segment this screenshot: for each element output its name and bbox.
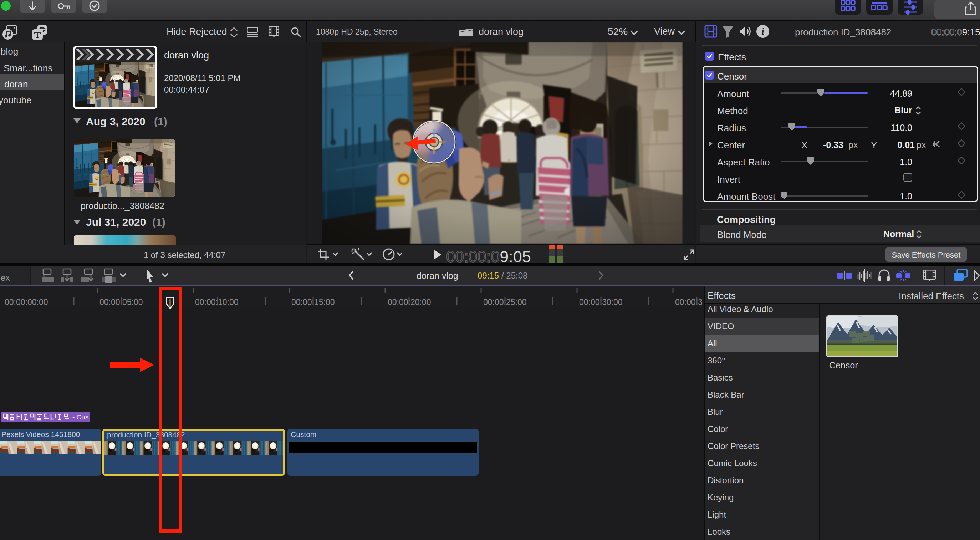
svg-text:- Cus...: - Cus... bbox=[72, 413, 90, 421]
svg-text:i: i bbox=[761, 26, 764, 37]
